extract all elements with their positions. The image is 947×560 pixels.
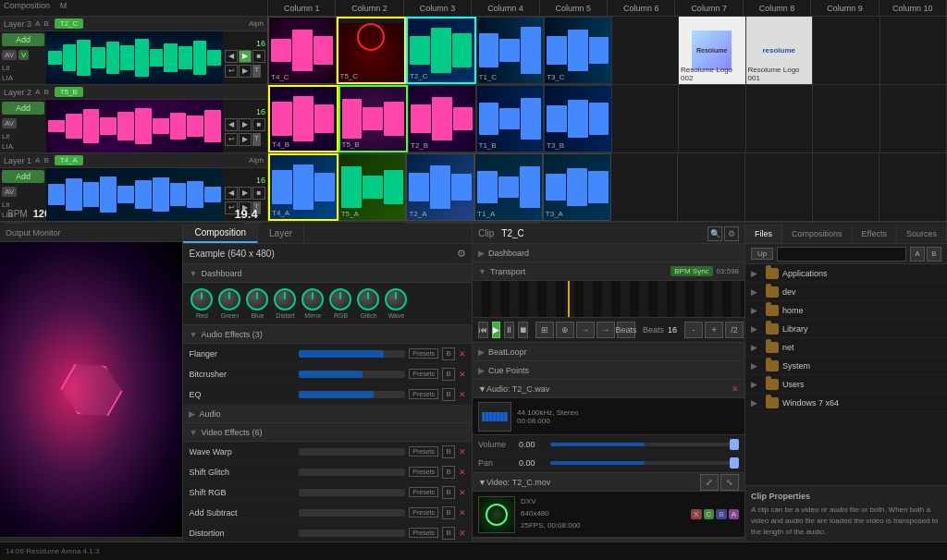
clip-cell-l2-1[interactable]: T5_B xyxy=(338,85,409,152)
volume-slider[interactable] xyxy=(550,443,739,446)
effect-bitcrusher-x-btn[interactable]: ✕ xyxy=(459,370,466,379)
audio-effects-section-header[interactable]: ▼ Audio Effects (3) xyxy=(183,325,472,344)
clip-cell-l3-1[interactable]: T5_C xyxy=(337,17,407,84)
tc-rewind-btn[interactable]: ⏮ xyxy=(478,322,488,338)
tc-extra-2[interactable]: ⊕ xyxy=(556,322,574,338)
clip-cell-l3-5[interactable] xyxy=(612,17,680,84)
clip-dashboard-header[interactable]: ▶ Dashboard xyxy=(473,244,744,262)
effect-wavewarp-presets-btn[interactable]: Presets xyxy=(409,446,438,457)
tc-extra-3[interactable]: → xyxy=(576,322,595,338)
tc-play-btn[interactable]: ▶ xyxy=(492,322,500,338)
effect-shiftglitch-presets-btn[interactable]: Presets xyxy=(409,467,438,477)
effect-flanger-b-btn[interactable]: B xyxy=(442,347,455,360)
clip-cell-l3-4[interactable]: T3_C xyxy=(544,17,612,84)
file-item-windows[interactable]: ▶ Windows 7 x64 xyxy=(745,394,947,412)
tab-sources[interactable]: Sources xyxy=(897,224,947,243)
file-item-applications[interactable]: ▶ Applications xyxy=(745,264,947,283)
clip-cell-l2-7[interactable] xyxy=(746,85,814,152)
effect-eq-presets-btn[interactable]: Presets xyxy=(409,389,438,399)
clip-cell-l2-3[interactable]: T1_B xyxy=(476,85,545,152)
beats-plus-btn[interactable]: + xyxy=(705,322,723,338)
tab-compositions[interactable]: Compositions xyxy=(782,224,853,243)
clip-cell-l2-2[interactable]: T2_B xyxy=(408,85,476,152)
knob-wave[interactable] xyxy=(385,288,407,310)
tab-files[interactable]: Files xyxy=(745,224,782,243)
layer-3-add-button[interactable]: Add xyxy=(2,33,44,46)
layer-3-rew-btn[interactable]: ↩ xyxy=(225,65,238,78)
beats-minus-btn[interactable]: - xyxy=(684,322,703,338)
files-b-btn[interactable]: B xyxy=(927,247,941,262)
effect-bitcrusher-presets-btn[interactable]: Presets xyxy=(409,369,438,379)
layer-3-prev-btn[interactable]: ◀ xyxy=(225,50,238,63)
layer-1-stop-btn[interactable]: ■ xyxy=(252,187,265,200)
clip-cell-l1-8[interactable] xyxy=(813,153,880,221)
tab-layer[interactable]: Layer xyxy=(258,224,304,243)
layer-1-add-button[interactable]: Add xyxy=(2,170,44,183)
comp-settings-button[interactable]: ⚙ xyxy=(457,248,466,260)
clip-cell-l1-6[interactable] xyxy=(678,153,745,221)
layer-2-play-btn[interactable]: ▶ xyxy=(239,118,252,131)
pan-slider[interactable] xyxy=(550,461,739,465)
audio-x-btn[interactable]: ✕ xyxy=(732,384,739,394)
clip-cell-l3-9[interactable] xyxy=(880,17,948,84)
effect-distortion-x-btn[interactable]: ✕ xyxy=(459,529,466,538)
layer-1-prev-btn[interactable]: ◀ xyxy=(225,187,238,200)
video-expand-btn[interactable]: ⤢ xyxy=(700,474,719,491)
effect-addsubtract-presets-btn[interactable]: Presets xyxy=(409,507,438,517)
beats-half-btn[interactable]: /2 xyxy=(725,322,744,338)
cue-points-header[interactable]: ▶ Cue Points xyxy=(473,361,744,380)
tc-beats-mode[interactable]: Beats xyxy=(617,322,635,338)
effect-eq-x-btn[interactable]: ✕ xyxy=(459,390,466,399)
knob-green[interactable] xyxy=(218,288,240,310)
clip-cell-l2-0[interactable]: T4_B xyxy=(268,85,338,152)
tab-composition[interactable]: Composition xyxy=(183,224,258,243)
effect-flanger-presets-btn[interactable]: Presets xyxy=(409,348,438,359)
tc-extra-1[interactable]: ⊞ xyxy=(535,322,554,338)
file-item-home[interactable]: ▶ home xyxy=(745,301,947,320)
clip-cell-l1-7[interactable] xyxy=(745,153,813,221)
layer-2-add-button[interactable]: Add xyxy=(2,102,44,115)
knob-red[interactable] xyxy=(191,288,213,310)
layer-2-stop-btn[interactable]: ■ xyxy=(252,118,265,131)
files-a-btn[interactable]: A xyxy=(910,247,925,262)
clip-cell-l1-9[interactable] xyxy=(879,153,947,221)
clip-cell-l3-8[interactable] xyxy=(813,17,880,84)
effect-wavewarp-b-btn[interactable]: B xyxy=(442,445,455,458)
clip-cell-l1-1[interactable]: T5_A xyxy=(338,153,407,221)
effect-shiftglitch-x-btn[interactable]: ✕ xyxy=(459,468,466,477)
clip-search-button[interactable]: 🔍 xyxy=(707,226,722,241)
clip-cell-l1-5[interactable] xyxy=(611,153,679,221)
layer-2-rew-btn[interactable]: ↩ xyxy=(225,133,238,146)
tc-stop-btn[interactable]: ⏹ xyxy=(518,322,528,338)
clip-cell-l2-5[interactable] xyxy=(612,85,680,152)
layer-2-prev-btn[interactable]: ◀ xyxy=(225,118,238,131)
clip-cell-l1-3[interactable]: T1_A xyxy=(474,153,543,221)
transport-timeline[interactable] xyxy=(473,281,744,318)
video-contract-btn[interactable]: ⤡ xyxy=(720,474,739,491)
dashboard-section-header[interactable]: ▼ Dashboard xyxy=(183,264,472,283)
effect-flanger-x-btn[interactable]: ✕ xyxy=(459,349,466,359)
clip-cell-l3-7[interactable]: resolume Resolume Logo 001 xyxy=(746,17,814,84)
clip-settings-button[interactable]: ⚙ xyxy=(724,226,739,241)
effect-shiftrgb-presets-btn[interactable]: Presets xyxy=(409,487,438,497)
tc-pause-btn[interactable]: ⏸ xyxy=(504,322,514,338)
tc-extra-4[interactable]: → xyxy=(596,322,615,338)
effect-wavewarp-x-btn[interactable]: ✕ xyxy=(459,447,466,457)
file-item-dev[interactable]: ▶ dev xyxy=(745,283,947,301)
video-effects-section-header[interactable]: ▼ Video Effects (6) xyxy=(183,423,472,442)
clip-cell-l3-3[interactable]: T1_C xyxy=(476,17,545,84)
clip-cell-l1-4[interactable]: T3_A xyxy=(543,153,611,221)
clip-cell-l3-0[interactable]: T4_C xyxy=(268,17,337,84)
transport-header[interactable]: ▼ Transport BPM Sync 03:598 xyxy=(473,262,744,281)
layer-3-next-btn[interactable]: ▶ xyxy=(239,65,252,78)
effect-eq-b-btn[interactable]: B xyxy=(442,388,455,401)
effect-distortion-presets-btn[interactable]: Presets xyxy=(409,528,438,538)
clip-cell-l2-9[interactable] xyxy=(880,85,948,152)
file-item-users[interactable]: ▶ Users xyxy=(745,375,947,394)
clip-cell-l1-2[interactable]: T2_A xyxy=(406,153,474,221)
clip-cell-l3-6[interactable]: Resolume Resolume Logo 002 xyxy=(679,17,746,84)
clip-cell-l1-0[interactable]: T4_A xyxy=(268,153,338,221)
files-up-button[interactable]: Up xyxy=(751,248,773,260)
knob-mirror[interactable] xyxy=(301,288,324,310)
beatloopr-header[interactable]: ▶ BeatLoopr xyxy=(473,343,744,361)
